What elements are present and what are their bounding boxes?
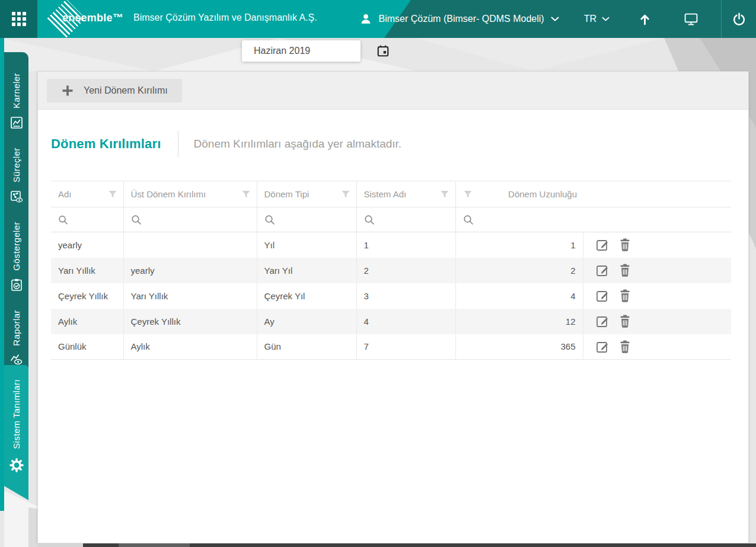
search-sistem-adi-input[interactable] [379, 215, 449, 225]
delete-button[interactable] [618, 314, 631, 328]
edit-icon [595, 238, 610, 252]
apps-menu-button[interactable] [0, 0, 37, 38]
filter-button[interactable] [341, 190, 350, 199]
edit-button[interactable] [595, 238, 610, 252]
ensemble-logo: ensemble™ [54, 0, 125, 36]
cell-donem-tipi: Yıl [257, 232, 356, 258]
period-table: Adı Üst Dönem Kırılımı Dönem Tipi Sistem… [51, 181, 731, 360]
filter-button[interactable] [440, 190, 449, 199]
cell-donem-tipi: Ay [257, 309, 356, 334]
cell-donem-uzunlugu: 2 [455, 258, 583, 283]
scrollbar-corner [37, 543, 83, 547]
cell-adi: Günlük [51, 334, 123, 360]
calendar-icon [377, 44, 390, 57]
sidebar-item-sistem-tanimlari[interactable]: Sistem Tanımları [4, 365, 28, 503]
sidebar-item-label: Karneler [11, 73, 21, 108]
scrollbar-thumb[interactable] [119, 543, 190, 547]
ensemble-logo-text: ensemble™ [62, 12, 123, 24]
monitor-icon [684, 12, 698, 27]
edit-icon [595, 263, 610, 277]
chevron-down-icon [551, 17, 559, 21]
trash-icon [618, 238, 631, 252]
logout-button[interactable] [722, 12, 756, 27]
table-row: Çeyrek Yıllık Yarı Yıllık Çeyrek Yıl 3 4 [51, 283, 731, 309]
sidebar-accent-strip [0, 38, 4, 511]
search-icon [58, 215, 68, 225]
sidebar-item-karneler[interactable]: Karneler [4, 64, 28, 139]
sidebar-item-label: Süreçler [11, 148, 21, 183]
left-sidebar: Karneler Süreçler [0, 38, 28, 512]
filter-icon [241, 190, 251, 199]
search-ust-donem-input[interactable] [146, 215, 243, 225]
cell-sistem-adi: 7 [356, 334, 455, 360]
table-row: Günlük Aylık Gün 7 365 [51, 334, 731, 360]
horizontal-scrollbar[interactable] [83, 543, 756, 547]
language-selector[interactable]: TR [584, 14, 610, 24]
chevron-down-icon [602, 17, 610, 21]
filter-button[interactable] [463, 190, 473, 199]
language-label: TR [584, 14, 596, 24]
filter-icon [463, 190, 473, 199]
plus-icon [61, 84, 74, 97]
toolbar: Yeni Dönem Kırılımı [38, 72, 748, 110]
trash-icon [618, 314, 631, 328]
trash-icon [618, 263, 631, 277]
column-header-adi: Adı [58, 189, 72, 199]
sidebar-item-gostergeler[interactable]: Göstergeler [4, 213, 28, 301]
trash-icon [618, 289, 631, 303]
display-button[interactable] [682, 12, 700, 27]
cell-donem-uzunlugu: 12 [455, 309, 583, 334]
user-menu[interactable]: Bimser Çözüm (Bimser- QDMS Modeli) [359, 12, 559, 25]
edit-icon [595, 314, 610, 328]
cell-adi: Aylık [51, 309, 123, 334]
cell-sistem-adi: 3 [356, 283, 455, 309]
content-card: Yeni Dönem Kırılımı Dönem Kırılımları Dö… [37, 71, 749, 543]
cell-donem-tipi: Gün [257, 334, 356, 360]
filter-button[interactable] [241, 190, 251, 199]
edit-button[interactable] [595, 263, 610, 277]
apps-grid-icon [12, 12, 26, 26]
filter-icon [440, 190, 449, 199]
cell-adi: Yarı Yıllık [51, 258, 123, 283]
upload-button[interactable] [636, 12, 653, 27]
edit-button[interactable] [595, 289, 610, 303]
search-icon [131, 215, 142, 225]
delete-button[interactable] [618, 238, 631, 252]
column-header-sistem-adi: Sistem Adı [364, 189, 407, 199]
edit-button[interactable] [595, 340, 610, 354]
user-icon [359, 12, 372, 25]
delete-button[interactable] [618, 263, 631, 277]
new-period-button[interactable]: Yeni Dönem Kırılımı [47, 79, 182, 103]
edit-button[interactable] [595, 314, 610, 328]
table-row: yearly Yıl 1 1 [51, 232, 731, 258]
user-label: Bimser Çözüm (Bimser- QDMS Modeli) [379, 14, 544, 24]
up-arrow-icon [637, 12, 652, 27]
delete-button[interactable] [618, 289, 631, 303]
cell-ust-donem: Çeyrek Yıllık [123, 309, 257, 334]
search-donem-tipi-input[interactable] [280, 215, 350, 225]
search-adi-input[interactable] [73, 215, 119, 225]
column-header-donem-tipi: Dönem Tipi [264, 189, 310, 199]
search-icon [264, 215, 275, 225]
sidebar-item-surecler[interactable]: Süreçler [4, 139, 28, 213]
cell-donem-tipi: Çeyrek Yıl [257, 283, 356, 309]
sidebar-item-label: Göstergeler [11, 222, 21, 271]
column-header-ust-donem: Üst Dönem Kırılımı [131, 189, 206, 199]
indicator-icon [9, 278, 24, 292]
scorecard-icon [9, 116, 24, 130]
calendar-button[interactable] [377, 44, 390, 57]
column-header-donem-uzunlugu: Dönem Uzunluğu [508, 189, 577, 199]
cell-donem-tipi: Yarı Yıl [257, 258, 356, 283]
trash-icon [618, 340, 631, 354]
delete-button[interactable] [618, 340, 631, 354]
new-period-button-label: Yeni Dönem Kırılımı [84, 85, 168, 96]
datepicker-input[interactable] [242, 46, 377, 56]
edit-icon [595, 289, 610, 303]
table-header-row: Adı Üst Dönem Kırılımı Dönem Tipi Sistem… [51, 181, 731, 207]
sidebar-item-label: Sistem Tanımları [11, 379, 21, 449]
cell-ust-donem: Yarı Yıllık [123, 283, 257, 309]
filter-button[interactable] [108, 190, 117, 199]
sidebar-item-raporlar[interactable]: Raporlar [4, 301, 28, 376]
search-donem-uzunlugu-input[interactable] [479, 215, 571, 225]
filter-icon [108, 190, 117, 199]
